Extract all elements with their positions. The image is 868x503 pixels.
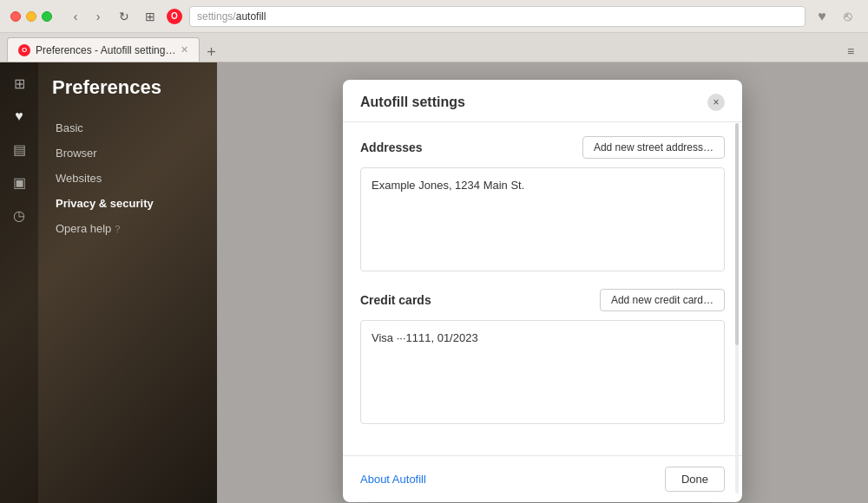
share-toolbar-button[interactable]: ⎋ [838, 7, 858, 26]
sidebar-icon-heart[interactable]: ♥ [5, 102, 33, 130]
opera-logo: O [167, 9, 182, 24]
address-path: autofill [236, 10, 266, 23]
minimize-button[interactable] [26, 11, 36, 22]
tab-favicon: O [18, 44, 30, 56]
addresses-title: Addresses [360, 140, 423, 154]
sidebar-item-privacy[interactable]: Privacy & security [49, 192, 207, 215]
done-button[interactable]: Done [665, 467, 725, 492]
dialog-scrollbar-track[interactable] [735, 123, 739, 493]
reload-button[interactable]: ↻ [115, 7, 134, 26]
credit-cards-title: Credit cards [360, 293, 431, 307]
nav-arrows: ‹ › [66, 7, 108, 26]
dialog-close-button[interactable]: × [707, 94, 725, 111]
traffic-lights [10, 11, 52, 22]
addresses-box: Example Jones, 1234 Main St. [360, 167, 725, 271]
dialog-title: Autofill settings [360, 95, 465, 110]
address-text: settings/autofill [197, 10, 266, 23]
sidebar-item-browser[interactable]: Browser [49, 141, 207, 165]
sidebar-item-basic[interactable]: Basic [49, 116, 207, 140]
sidebar: ⊞ ♥ ▤ ▣ ◷ Preferences Basic Browser Webs… [0, 62, 217, 503]
maximize-button[interactable] [42, 11, 52, 22]
sidebar-icon-news[interactable]: ▤ [5, 135, 33, 163]
tab-list-button[interactable]: ≡ [840, 41, 861, 62]
titlebar: ‹ › ↻ ⊞ O settings/autofill ♥ ⎋ [0, 0, 868, 33]
address-bar[interactable]: settings/autofill [189, 6, 806, 27]
help-icon: ? [115, 224, 120, 234]
credit-card-item: Visa ···1111, 01/2023 [368, 328, 717, 348]
sidebar-title: Preferences [49, 76, 207, 99]
credit-cards-box: Visa ···1111, 01/2023 [360, 320, 725, 424]
forward-button[interactable]: › [89, 7, 108, 26]
credit-cards-section-header: Credit cards Add new credit card… [360, 289, 725, 311]
sidebar-content: ⊞ ♥ ▤ ▣ ◷ Preferences Basic Browser Webs… [0, 62, 217, 503]
address-item: Example Jones, 1234 Main St. [368, 175, 717, 195]
main-layout: ⊞ ♥ ▤ ▣ ◷ Preferences Basic Browser Webs… [0, 62, 868, 503]
tabbar: O Preferences - Autofill setting… ✕ + ≡ [0, 33, 868, 62]
add-address-button[interactable]: Add new street address… [582, 136, 725, 159]
sidebar-icon-grid[interactable]: ⊞ [5, 69, 33, 97]
heart-toolbar-button[interactable]: ♥ [812, 7, 832, 26]
back-button[interactable]: ‹ [66, 7, 85, 26]
content-area: …disable these services. bar y, and free… [217, 62, 868, 503]
close-button[interactable] [10, 11, 21, 22]
modal-overlay: Autofill settings × Addresses Add new st… [217, 62, 868, 503]
add-credit-card-button[interactable]: Add new credit card… [600, 289, 725, 311]
apps-grid-button[interactable]: ⊞ [141, 7, 160, 26]
new-tab-button[interactable]: + [201, 42, 220, 62]
sidebar-icon-clock[interactable]: ◷ [5, 201, 33, 229]
nav-section: Basic Browser Websites Privacy & securit… [49, 116, 207, 240]
about-autofill-link[interactable]: About Autofill [360, 473, 426, 486]
toolbar-actions: ♥ ⎋ [812, 7, 858, 26]
sidebar-item-websites[interactable]: Websites [49, 167, 207, 190]
dialog-scrollbar-thumb[interactable] [735, 123, 739, 345]
dialog-header: Autofill settings × [343, 80, 742, 122]
sidebar-icon-monitor[interactable]: ▣ [5, 168, 33, 196]
dialog-body: Addresses Add new street address… Exampl… [343, 122, 742, 455]
tab-close-icon[interactable]: ✕ [181, 44, 188, 56]
sidebar-icons: ⊞ ♥ ▤ ▣ ◷ [0, 62, 38, 503]
dialog-footer: About Autofill Done [343, 455, 742, 502]
active-tab[interactable]: O Preferences - Autofill setting… ✕ [7, 37, 200, 62]
tab-title: Preferences - Autofill setting… [36, 44, 175, 56]
address-protocol: settings/ [197, 10, 236, 23]
sidebar-main: Preferences Basic Browser Websites Priva… [38, 62, 217, 254]
addresses-section-header: Addresses Add new street address… [360, 136, 725, 159]
sidebar-item-help[interactable]: Opera help ? [49, 217, 207, 240]
autofill-dialog: Autofill settings × Addresses Add new st… [343, 80, 742, 502]
